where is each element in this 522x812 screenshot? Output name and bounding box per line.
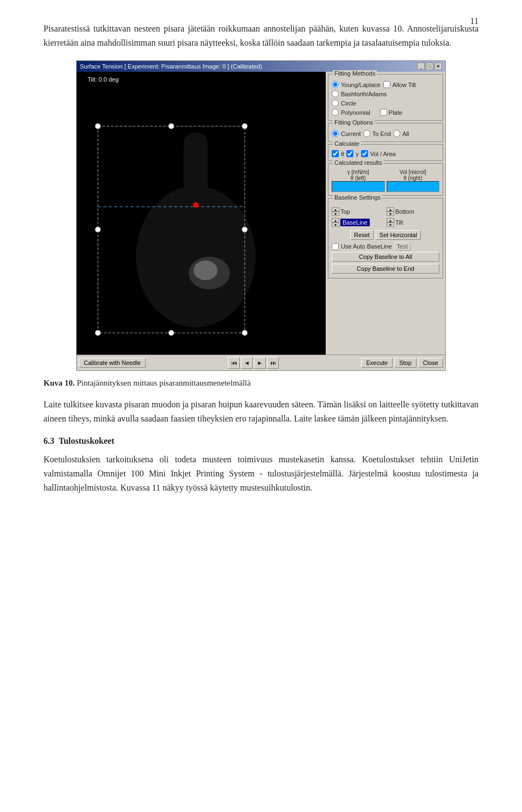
radio-toend-input[interactable] [363, 130, 370, 137]
close-window-button[interactable]: Close [418, 358, 443, 368]
svg-point-13 [169, 330, 174, 336]
allow-tilt-checkbox-row: Allow Tilt [383, 80, 415, 89]
reset-row: Reset Set Horizontal [332, 230, 439, 240]
radio-toend: To End [363, 130, 391, 137]
auto-baseline-checkbox[interactable] [332, 243, 339, 250]
plate-label: Plate [389, 109, 402, 116]
copy-baseline-all-button[interactable]: Copy Baseline to All [332, 252, 439, 262]
svg-point-12 [169, 123, 174, 129]
radio-current-label: Current [341, 131, 361, 137]
paragraph-2: Laite tulkitsee kuvasta pisaran muodon j… [44, 398, 478, 425]
top-label: Top [340, 208, 350, 215]
bottom-label: Bottom [395, 208, 414, 215]
fitting-methods-group: Fitting Methods Young/Laplace Allow Tilt [328, 74, 443, 121]
image-area: Tilt: 0.0 deg [77, 72, 326, 355]
set-horizontal-button[interactable]: Set Horizontal [376, 230, 421, 240]
calc-theta-checkbox[interactable] [332, 150, 339, 157]
calculate-group: Calculate θ y Vol / Area [328, 144, 443, 161]
radio-polynomial-label: Polynomial [341, 109, 370, 116]
radio-polynomial-input[interactable] [332, 109, 339, 116]
result-box-left [332, 181, 385, 192]
svg-point-9 [242, 123, 247, 129]
copy-baseline-end-button[interactable]: Copy Baseline to End [332, 264, 439, 274]
action-buttons: Execute Stop Close [361, 358, 443, 368]
nav-next-button[interactable]: ► [254, 357, 266, 369]
svg-point-14 [95, 227, 101, 232]
caption-text: Pintajännityksen mittaus pisaranmittausm… [75, 379, 251, 387]
radio-bashforth-label: Bashforth/Adams [341, 91, 387, 97]
nav-prev-button[interactable]: ◄ [241, 357, 253, 369]
allow-tilt-label: Allow Tilt [392, 82, 415, 88]
baseline-spin-up[interactable]: ▲ [332, 218, 339, 222]
svg-point-8 [95, 123, 101, 129]
tilt-spin-up[interactable]: ▲ [387, 218, 394, 222]
page-number: 11 [470, 16, 478, 26]
bottom-spin: ▲ ▼ [387, 207, 394, 216]
test-button[interactable]: Test [394, 242, 411, 251]
radio-bashforth-input[interactable] [332, 90, 339, 97]
maximize-button[interactable]: □ [426, 63, 433, 70]
titlebar-buttons: _ □ ✕ [417, 63, 442, 70]
screenshot-container: Surface Tension [ Experiment: Pisaranmit… [44, 60, 478, 371]
baseline-line-control: ▲ ▼ BaseLine [332, 218, 384, 227]
calibrate-button[interactable]: Calibrate with Needle [79, 358, 146, 368]
nav-controls: ⏮ ◄ ► ⏭ [228, 357, 279, 369]
bottom-spin-down[interactable]: ▼ [387, 212, 394, 216]
calc-y-checkbox[interactable] [346, 150, 353, 157]
radio-all-input[interactable] [393, 130, 400, 137]
calculated-results-title: Calculated results [333, 159, 383, 166]
fitting-options-group: Fitting Options Current To End All [328, 123, 443, 142]
radio-young-laplace-input[interactable] [332, 81, 339, 88]
baseline-grid: ▲ ▼ Top ▲ ▼ Bottom [332, 207, 439, 227]
plate-checkbox[interactable] [380, 109, 387, 116]
radio-all-label: All [402, 131, 409, 137]
radio-bashforth: Bashforth/Adams [332, 90, 439, 97]
baseline-top-control: ▲ ▼ Top [332, 207, 384, 216]
radio-all: All [393, 130, 409, 137]
section-title: Tulostuskokeet [59, 436, 115, 445]
tilt-spin-down[interactable]: ▼ [387, 222, 394, 227]
svg-point-10 [95, 330, 101, 336]
plate-checkbox-row: Plate [380, 108, 402, 117]
close-button[interactable]: ✕ [434, 63, 442, 70]
radio-circle-input[interactable] [332, 100, 339, 107]
top-spin-up[interactable]: ▲ [332, 207, 339, 212]
tilt-label: Tilt: 0.0 deg [88, 76, 119, 83]
titlebar: Surface Tension [ Experiment: Pisaranmit… [77, 61, 445, 72]
calc-y-label: y [356, 151, 359, 157]
calculate-row: θ y Vol / Area [332, 150, 439, 157]
baseline-tilt-control: ▲ ▼ Tilt [387, 218, 439, 227]
drop-svg [77, 72, 326, 355]
radio-current-input[interactable] [332, 130, 339, 137]
fitting-options-title: Fitting Options [333, 119, 375, 126]
nav-last-button[interactable]: ⏭ [267, 357, 279, 369]
result-col2-label: Vol [microl] [387, 169, 440, 175]
radio-toend-label: To End [372, 131, 391, 137]
result-col1-label: γ [mN/m] [332, 169, 385, 175]
calc-theta-label: θ [341, 151, 344, 157]
paragraph-3: Koetulostuksien tarkoituksena oli todeta… [44, 453, 478, 494]
baseline-settings-group: Baseline Settings ▲ ▼ Top ▲ [328, 198, 443, 278]
execute-button[interactable]: Execute [361, 358, 393, 368]
fitting-row-poly: Polynomial Plate [332, 108, 439, 117]
section-heading: 6.3 Tulostuskokeet [44, 436, 478, 446]
baseline-line-label: BaseLine [340, 219, 370, 226]
baseline-spin-down[interactable]: ▼ [332, 222, 339, 227]
minimize-button[interactable]: _ [417, 63, 425, 70]
stop-button[interactable]: Stop [394, 358, 417, 368]
nav-first-button[interactable]: ⏮ [228, 357, 240, 369]
auto-baseline-row: Use Auto BaseLine Test [332, 242, 439, 251]
calculate-title: Calculate [333, 140, 361, 147]
reset-button[interactable]: Reset [350, 230, 374, 240]
result-grid-bottom-labels: θ (left) θ (right) [332, 175, 439, 181]
radio-polynomial: Polynomial [332, 109, 370, 116]
window-body: Tilt: 0.0 deg [77, 72, 445, 355]
result-grid-top: γ [mN/m] Vol [microl] [332, 169, 439, 175]
allow-tilt-checkbox[interactable] [383, 81, 390, 88]
bottom-spin-up[interactable]: ▲ [387, 207, 394, 212]
app-window: Surface Tension [ Experiment: Pisaranmit… [76, 60, 446, 371]
radio-young-laplace-label: Young/Laplace [341, 82, 380, 88]
fitting-methods-row1: Young/Laplace Allow Tilt [332, 80, 439, 89]
top-spin-down[interactable]: ▼ [332, 212, 339, 216]
calc-vol-checkbox[interactable] [361, 150, 368, 157]
